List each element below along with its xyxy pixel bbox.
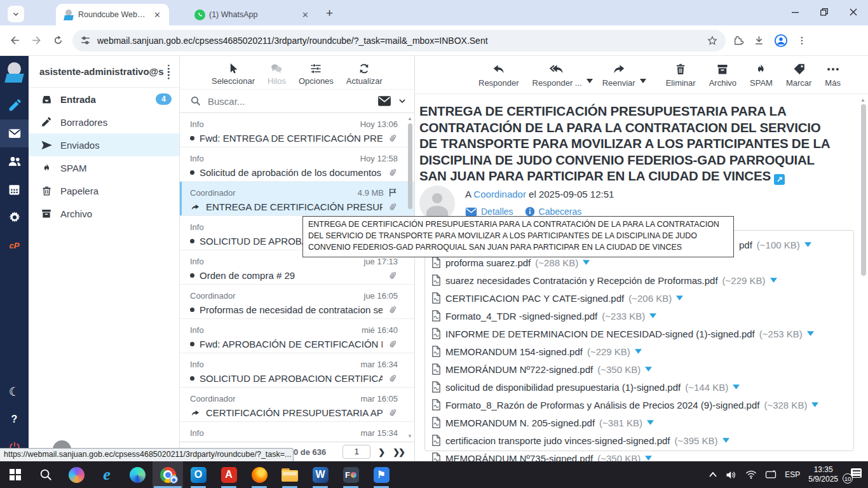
reply-all-button[interactable]: Responder ... (532, 62, 582, 88)
message-row[interactable]: Coordinador 4.9 MB ENTREGA DE CERTIFICAC… (180, 182, 414, 216)
attachment-item[interactable]: MEMORANDUM 154-signed.pdf (~229 KB) (431, 342, 642, 360)
taskbar-search-button[interactable] (31, 461, 61, 488)
tab-close-icon[interactable]: ✕ (300, 10, 311, 20)
folder-entrada[interactable]: Entrada 4 (29, 88, 179, 111)
attachment-menu-caret-icon[interactable] (645, 456, 652, 461)
list-scrollbar[interactable]: ▲ ▼ (407, 113, 414, 442)
new-tab-button[interactable]: + (326, 6, 333, 20)
compose-button[interactable] (0, 92, 29, 119)
attachment-menu-caret-icon[interactable] (722, 438, 729, 443)
downloads-icon[interactable] (753, 34, 765, 46)
app-f-button[interactable]: F (336, 461, 366, 488)
start-button[interactable] (0, 461, 31, 488)
more-button[interactable]: Más (825, 62, 841, 88)
copilot-button[interactable] (61, 461, 92, 488)
attachment-menu-caret-icon[interactable] (635, 349, 642, 354)
cast-icon[interactable] (765, 470, 776, 479)
folder-archivo[interactable]: Archivo (29, 202, 179, 225)
headers-link[interactable]: Cabeceras (525, 207, 582, 217)
cpanel-button[interactable]: cP (0, 231, 29, 259)
folder-enviados[interactable]: Enviados (29, 133, 179, 156)
recipient-link[interactable]: Coordinador (473, 189, 526, 200)
scroll-down-icon[interactable]: ▼ (407, 433, 412, 439)
attachment-menu-caret-icon[interactable] (770, 278, 777, 283)
back-button[interactable] (4, 30, 25, 51)
menu-kebab-icon[interactable] (797, 36, 807, 46)
settings-nav-button[interactable] (0, 203, 29, 231)
word-button[interactable]: W (305, 461, 336, 488)
forward-button[interactable] (25, 30, 47, 51)
attachment-item[interactable]: solicitud de disponibilidad presupuestar… (431, 378, 740, 396)
attachment-menu-caret-icon[interactable] (804, 242, 811, 247)
notification-center-button[interactable]: 10 (846, 468, 862, 481)
attachment-item[interactable]: MEMORÁNDUM Nº722-signed.pdf (~350 KB) (431, 360, 652, 378)
extensions-icon[interactable] (732, 34, 744, 46)
reload-button[interactable] (47, 30, 69, 51)
site-settings-icon[interactable] (80, 35, 91, 46)
mark-button[interactable]: Marcar (786, 62, 811, 88)
account-header[interactable]: asistente-administrativo@sa... ⋮⋮⋮ (29, 56, 179, 88)
spam-button[interactable]: SPAM (750, 62, 773, 88)
clock[interactable]: 13:355/9/2025 (808, 465, 838, 484)
attachment-item[interactable]: Formato_4_TDR -signed-signed.pdf (~233 K… (431, 307, 656, 325)
attachment-menu-caret-icon[interactable] (645, 367, 652, 372)
reader-scroll-thumb[interactable] (861, 104, 866, 276)
bookmark-star-icon[interactable] (707, 35, 718, 46)
flag-icon[interactable] (388, 187, 398, 198)
attachment-item[interactable]: Formato_8_Razón de Proformas y Análisis … (431, 396, 818, 414)
close-button[interactable] (839, 0, 868, 24)
attachment-menu-caret-icon[interactable] (583, 260, 590, 265)
acrobat-button[interactable]: A (214, 461, 244, 488)
message-row[interactable]: Info mar 15:34 (180, 422, 414, 442)
minimize-button[interactable] (780, 0, 810, 24)
attachment-menu-caret-icon[interactable] (807, 331, 814, 336)
dark-mode-button[interactable]: ☾ (0, 377, 29, 405)
chrome-button[interactable]: ☻ (153, 461, 183, 488)
message-row[interactable]: Info Hoy 13:06 Fwd: ENTREGA DE CERTIFICA… (180, 113, 414, 147)
outlook-button[interactable]: O (183, 461, 214, 488)
message-row[interactable]: Coordinador mar 16:05 CERTIFICACIÓN PRES… (180, 388, 414, 422)
tray-expand-icon[interactable] (709, 471, 717, 478)
delete-button[interactable]: Eliminar (666, 62, 696, 88)
options-button[interactable]: Opciones (299, 62, 334, 86)
list-scroll-thumb[interactable] (408, 123, 412, 209)
contacts-nav-button[interactable] (0, 147, 29, 175)
profile-icon[interactable] (774, 34, 788, 48)
account-menu-icon[interactable]: ⋮⋮⋮ (164, 67, 173, 76)
attachment-item[interactable]: CERTIFICACION PAC Y CATE-signed.pdf (~20… (431, 289, 683, 307)
page-input[interactable]: 1 (342, 445, 370, 459)
mail-nav-button[interactable] (0, 119, 29, 147)
tab-close-icon[interactable]: ✕ (152, 10, 163, 20)
attachment-item[interactable]: MEMORANDUM N. 205-signed.pdf (~381 KB) (431, 414, 654, 431)
archive-button[interactable]: Archivo (709, 62, 736, 88)
details-link[interactable]: Detalles (465, 207, 513, 217)
scroll-up-icon[interactable]: ▲ (860, 97, 865, 103)
search-bar[interactable]: Buscar... (180, 89, 414, 113)
language-indicator[interactable]: ESP (785, 470, 800, 479)
reply-button[interactable]: Responder (478, 62, 519, 88)
folder-papelera[interactable]: Papelera (29, 179, 179, 202)
reply-all-menu-caret-icon[interactable] (587, 79, 593, 83)
app-flag-button[interactable]: ⚑ (366, 461, 397, 488)
attachment-menu-caret-icon[interactable] (647, 420, 654, 425)
forward-button[interactable]: Reenviar (602, 62, 635, 88)
file-explorer-button[interactable] (275, 461, 305, 488)
attachment-item[interactable]: suarez necesidades Contratación y Recepc… (431, 271, 777, 289)
message-row[interactable]: Coordinador jue 16:05 Proformas de neces… (180, 285, 414, 319)
volume-icon[interactable] (726, 470, 737, 480)
attachment-menu-caret-icon[interactable] (733, 384, 740, 390)
internet-explorer-button[interactable]: e (92, 461, 122, 488)
firefox-button[interactable] (244, 461, 275, 488)
wifi-icon[interactable] (745, 470, 757, 479)
search-options-chevron-icon[interactable] (398, 97, 407, 105)
attachment-menu-caret-icon[interactable] (676, 295, 683, 301)
folder-borradores[interactable]: Borradores (29, 111, 179, 133)
tab-whatsapp[interactable]: (1) WhatsApp ✕ (187, 4, 317, 25)
attachment-menu-caret-icon[interactable] (649, 313, 656, 318)
scope-envelope-icon[interactable] (377, 95, 391, 107)
help-button[interactable]: ? (0, 405, 29, 433)
threads-button[interactable]: Hilos (268, 62, 286, 86)
address-bar[interactable]: webmail.sanjuan.gob.ec/cpsess4685020211/… (72, 30, 726, 51)
edge-button[interactable] (122, 461, 153, 488)
message-row[interactable]: Info mar 16:34 SOLICITUD DE APROBACION C… (180, 353, 414, 388)
